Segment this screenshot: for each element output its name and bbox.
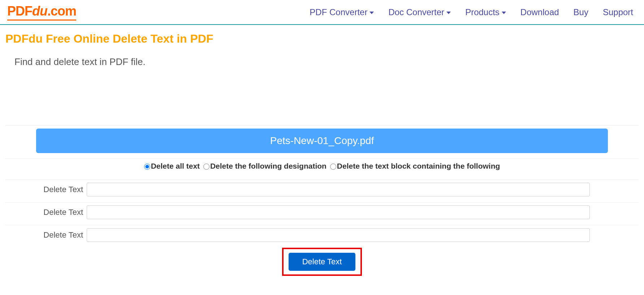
caret-down-icon	[446, 12, 451, 14]
caret-down-icon	[369, 12, 374, 14]
content: PDFdu Free Online Delete Text in PDF Fin…	[0, 25, 644, 283]
nav-buy[interactable]: Buy	[574, 7, 588, 17]
delete-text-input-3[interactable]	[87, 228, 590, 242]
radio-delete-block-input[interactable]	[330, 164, 336, 170]
nav-doc-converter[interactable]: Doc Converter	[388, 7, 451, 17]
logo[interactable]: PDFdu.com	[7, 4, 76, 21]
button-row: Delete Text	[5, 248, 639, 276]
nav: PDF Converter Doc Converter Products Dow…	[310, 7, 637, 17]
logo-mid: du	[32, 4, 47, 18]
divider	[5, 159, 639, 159]
nav-pdf-converter-label: PDF Converter	[310, 7, 367, 17]
delete-text-button[interactable]: Delete Text	[289, 253, 356, 271]
nav-products[interactable]: Products	[465, 7, 506, 17]
divider	[5, 179, 639, 180]
radio-delete-designation[interactable]: Delete the following designation	[203, 162, 329, 170]
radio-delete-all[interactable]: Delete all text	[144, 162, 202, 170]
radio-delete-designation-label: Delete the following designation	[210, 162, 327, 170]
nav-support-label: Support	[603, 7, 633, 17]
file-name-bar[interactable]: Pets-New-01_Copy.pdf	[36, 129, 608, 153]
logo-suffix: .com	[47, 4, 76, 18]
divider	[5, 225, 639, 225]
nav-doc-converter-label: Doc Converter	[388, 7, 444, 17]
input-row-3: Delete Text	[5, 228, 639, 242]
caret-down-icon	[502, 12, 506, 14]
input-label-3: Delete Text	[5, 230, 87, 240]
logo-prefix: PDF	[7, 4, 32, 18]
page-subtitle: Find and delete text in PDF file.	[14, 56, 639, 68]
divider	[5, 202, 639, 203]
input-label-2: Delete Text	[5, 208, 87, 217]
delete-text-input-1[interactable]	[87, 183, 590, 196]
radio-delete-all-label: Delete all text	[151, 162, 200, 170]
divider	[5, 125, 639, 126]
radio-delete-designation-input[interactable]	[203, 164, 209, 170]
header: PDFdu.com PDF Converter Doc Converter Pr…	[0, 0, 644, 25]
nav-pdf-converter[interactable]: PDF Converter	[310, 7, 374, 17]
radio-options: Delete all text Delete the following des…	[5, 162, 639, 170]
radio-delete-all-input[interactable]	[144, 164, 150, 170]
nav-support[interactable]: Support	[603, 7, 633, 17]
radio-delete-block[interactable]: Delete the text block containing the fol…	[330, 162, 500, 170]
input-row-1: Delete Text	[5, 183, 639, 196]
input-label-1: Delete Text	[5, 185, 87, 194]
nav-buy-label: Buy	[574, 7, 588, 17]
nav-download-label: Download	[520, 7, 559, 17]
radio-delete-block-label: Delete the text block containing the fol…	[337, 162, 500, 170]
page-title: PDFdu Free Online Delete Text in PDF	[5, 32, 639, 45]
highlight-box: Delete Text	[282, 248, 362, 276]
delete-text-input-2[interactable]	[87, 205, 590, 219]
input-row-2: Delete Text	[5, 205, 639, 219]
nav-download[interactable]: Download	[520, 7, 559, 17]
nav-products-label: Products	[465, 7, 500, 17]
